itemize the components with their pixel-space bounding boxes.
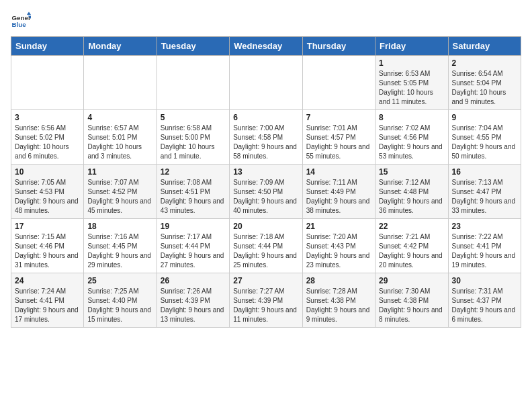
day-number: 23 xyxy=(452,222,517,231)
day-number: 1 xyxy=(379,58,444,68)
day-number: 22 xyxy=(379,222,444,231)
day-info: Sunrise: 7:30 AM Sunset: 4:38 PM Dayligh… xyxy=(379,287,444,324)
calendar-cell: 19Sunrise: 7:17 AM Sunset: 4:44 PM Dayli… xyxy=(157,219,229,273)
day-info: Sunrise: 7:11 AM Sunset: 4:49 PM Dayligh… xyxy=(306,178,371,216)
day-number: 7 xyxy=(306,113,371,122)
day-info: Sunrise: 7:25 AM Sunset: 4:40 PM Dayligh… xyxy=(87,287,152,324)
logo: General Blue xyxy=(11,11,31,31)
calendar-table: SundayMondayTuesdayWednesdayThursdayFrid… xyxy=(11,36,521,328)
day-info: Sunrise: 7:20 AM Sunset: 4:43 PM Dayligh… xyxy=(306,232,371,270)
day-info: Sunrise: 7:24 AM Sunset: 4:41 PM Dayligh… xyxy=(15,287,80,324)
day-info: Sunrise: 7:27 AM Sunset: 4:39 PM Dayligh… xyxy=(233,287,298,324)
calendar-week-row: 1Sunrise: 6:53 AM Sunset: 5:05 PM Daylig… xyxy=(11,56,521,110)
day-number: 18 xyxy=(87,222,152,231)
calendar-cell: 8Sunrise: 7:02 AM Sunset: 4:56 PM Daylig… xyxy=(375,110,448,165)
day-info: Sunrise: 7:01 AM Sunset: 4:57 PM Dayligh… xyxy=(306,124,371,161)
day-number: 16 xyxy=(452,167,517,177)
logo-icon: General Blue xyxy=(11,11,31,31)
day-number: 20 xyxy=(233,222,298,231)
day-info: Sunrise: 7:13 AM Sunset: 4:47 PM Dayligh… xyxy=(452,178,517,216)
calendar-cell: 13Sunrise: 7:09 AM Sunset: 4:50 PM Dayli… xyxy=(230,165,302,219)
day-info: Sunrise: 7:00 AM Sunset: 4:58 PM Dayligh… xyxy=(233,124,298,161)
calendar-cell: 24Sunrise: 7:24 AM Sunset: 4:41 PM Dayli… xyxy=(11,273,84,328)
day-number: 14 xyxy=(306,167,371,177)
day-info: Sunrise: 6:54 AM Sunset: 5:04 PM Dayligh… xyxy=(452,69,517,107)
calendar-cell: 11Sunrise: 7:07 AM Sunset: 4:52 PM Dayli… xyxy=(84,165,157,219)
calendar-cell: 1Sunrise: 6:53 AM Sunset: 5:05 PM Daylig… xyxy=(375,56,448,110)
svg-text:Blue: Blue xyxy=(12,21,27,28)
day-number: 29 xyxy=(379,276,444,285)
calendar-cell xyxy=(302,56,375,110)
calendar-cell: 29Sunrise: 7:30 AM Sunset: 4:38 PM Dayli… xyxy=(375,273,448,328)
calendar-cell: 12Sunrise: 7:08 AM Sunset: 4:51 PM Dayli… xyxy=(157,165,229,219)
calendar-body: 1Sunrise: 6:53 AM Sunset: 5:05 PM Daylig… xyxy=(11,56,521,328)
svg-text:General: General xyxy=(12,14,32,21)
day-number: 4 xyxy=(87,113,152,122)
day-info: Sunrise: 6:56 AM Sunset: 5:02 PM Dayligh… xyxy=(15,124,80,161)
day-info: Sunrise: 7:09 AM Sunset: 4:50 PM Dayligh… xyxy=(233,178,298,216)
day-number: 8 xyxy=(379,113,444,122)
day-info: Sunrise: 7:08 AM Sunset: 4:51 PM Dayligh… xyxy=(161,178,226,216)
day-info: Sunrise: 7:28 AM Sunset: 4:38 PM Dayligh… xyxy=(306,287,371,324)
calendar-cell xyxy=(230,56,302,110)
calendar-week-row: 24Sunrise: 7:24 AM Sunset: 4:41 PM Dayli… xyxy=(11,273,521,328)
day-info: Sunrise: 6:57 AM Sunset: 5:01 PM Dayligh… xyxy=(87,124,152,161)
calendar-cell: 20Sunrise: 7:18 AM Sunset: 4:44 PM Dayli… xyxy=(230,219,302,273)
calendar-cell xyxy=(84,56,157,110)
day-info: Sunrise: 7:31 AM Sunset: 4:37 PM Dayligh… xyxy=(452,287,517,324)
day-of-week-header: Friday xyxy=(375,37,448,56)
day-info: Sunrise: 7:16 AM Sunset: 4:45 PM Dayligh… xyxy=(87,232,152,270)
day-of-week-header: Thursday xyxy=(302,37,375,56)
day-number: 21 xyxy=(306,222,371,231)
calendar-week-row: 3Sunrise: 6:56 AM Sunset: 5:02 PM Daylig… xyxy=(11,110,521,165)
calendar-cell: 26Sunrise: 7:26 AM Sunset: 4:39 PM Dayli… xyxy=(157,273,229,328)
day-info: Sunrise: 7:15 AM Sunset: 4:46 PM Dayligh… xyxy=(15,232,80,270)
day-number: 13 xyxy=(233,167,298,177)
day-number: 28 xyxy=(306,276,371,285)
calendar-cell: 27Sunrise: 7:27 AM Sunset: 4:39 PM Dayli… xyxy=(230,273,302,328)
day-info: Sunrise: 7:02 AM Sunset: 4:56 PM Dayligh… xyxy=(379,124,444,161)
day-number: 3 xyxy=(15,113,80,122)
calendar-cell xyxy=(157,56,229,110)
calendar-cell: 5Sunrise: 6:58 AM Sunset: 5:00 PM Daylig… xyxy=(157,110,229,165)
day-info: Sunrise: 7:17 AM Sunset: 4:44 PM Dayligh… xyxy=(161,232,226,270)
day-number: 6 xyxy=(233,113,298,122)
day-number: 12 xyxy=(161,167,226,177)
day-number: 2 xyxy=(452,58,517,68)
calendar-cell: 6Sunrise: 7:00 AM Sunset: 4:58 PM Daylig… xyxy=(230,110,302,165)
day-info: Sunrise: 7:26 AM Sunset: 4:39 PM Dayligh… xyxy=(161,287,226,324)
day-number: 30 xyxy=(452,276,517,285)
calendar-cell: 7Sunrise: 7:01 AM Sunset: 4:57 PM Daylig… xyxy=(302,110,375,165)
day-info: Sunrise: 7:21 AM Sunset: 4:42 PM Dayligh… xyxy=(379,232,444,270)
calendar-cell: 30Sunrise: 7:31 AM Sunset: 4:37 PM Dayli… xyxy=(448,273,521,328)
day-of-week-header: Saturday xyxy=(448,37,521,56)
day-info: Sunrise: 7:04 AM Sunset: 4:55 PM Dayligh… xyxy=(452,124,517,161)
day-number: 19 xyxy=(161,222,226,231)
calendar-cell: 15Sunrise: 7:12 AM Sunset: 4:48 PM Dayli… xyxy=(375,165,448,219)
calendar-week-row: 10Sunrise: 7:05 AM Sunset: 4:53 PM Dayli… xyxy=(11,165,521,219)
day-info: Sunrise: 7:12 AM Sunset: 4:48 PM Dayligh… xyxy=(379,178,444,216)
day-info: Sunrise: 7:05 AM Sunset: 4:53 PM Dayligh… xyxy=(15,178,80,216)
day-number: 25 xyxy=(87,276,152,285)
svg-marker-2 xyxy=(27,12,31,15)
day-info: Sunrise: 6:53 AM Sunset: 5:05 PM Dayligh… xyxy=(379,69,444,107)
calendar-cell: 2Sunrise: 6:54 AM Sunset: 5:04 PM Daylig… xyxy=(448,56,521,110)
day-number: 26 xyxy=(161,276,226,285)
calendar-cell: 10Sunrise: 7:05 AM Sunset: 4:53 PM Dayli… xyxy=(11,165,84,219)
day-of-week-header: Monday xyxy=(84,37,157,56)
day-info: Sunrise: 7:22 AM Sunset: 4:41 PM Dayligh… xyxy=(452,232,517,270)
calendar-cell: 17Sunrise: 7:15 AM Sunset: 4:46 PM Dayli… xyxy=(11,219,84,273)
day-number: 10 xyxy=(15,167,80,177)
calendar-cell: 21Sunrise: 7:20 AM Sunset: 4:43 PM Dayli… xyxy=(302,219,375,273)
calendar-cell: 22Sunrise: 7:21 AM Sunset: 4:42 PM Dayli… xyxy=(375,219,448,273)
day-of-week-header: Tuesday xyxy=(157,37,229,56)
day-number: 9 xyxy=(452,113,517,122)
header-area: General Blue xyxy=(11,11,521,31)
day-of-week-header: Wednesday xyxy=(230,37,302,56)
day-of-week-header: Sunday xyxy=(11,37,84,56)
day-number: 27 xyxy=(233,276,298,285)
calendar-cell: 25Sunrise: 7:25 AM Sunset: 4:40 PM Dayli… xyxy=(84,273,157,328)
day-number: 24 xyxy=(15,276,80,285)
calendar-cell: 9Sunrise: 7:04 AM Sunset: 4:55 PM Daylig… xyxy=(448,110,521,165)
day-info: Sunrise: 7:18 AM Sunset: 4:44 PM Dayligh… xyxy=(233,232,298,270)
